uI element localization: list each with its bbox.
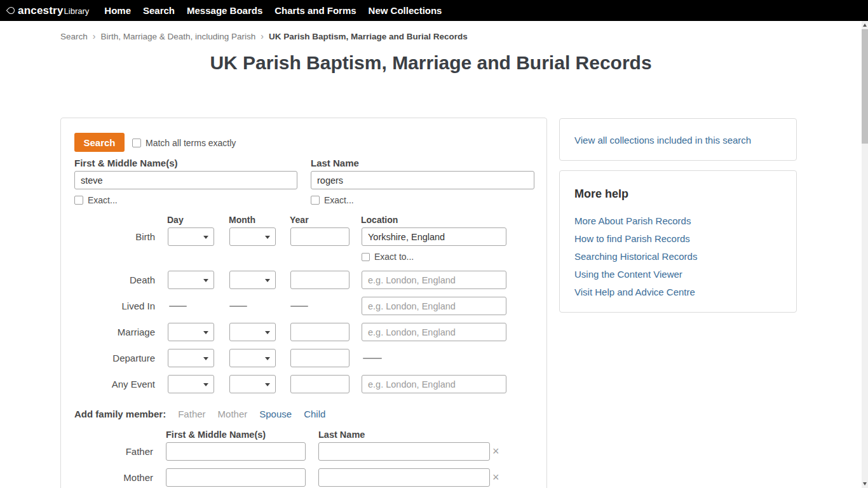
first-name-exact-checkbox[interactable]	[74, 196, 83, 205]
birth-location-exact-label: Exact to...	[374, 252, 414, 262]
death-month-select[interactable]	[229, 271, 276, 289]
help-link-more-about-parish-records[interactable]: More About Parish Records	[574, 215, 697, 226]
more-help-card: More help More About Parish Records How …	[559, 170, 797, 313]
birth-location-input[interactable]	[362, 227, 506, 246]
last-name-exact-checkbox[interactable]	[311, 196, 320, 205]
ancestry-library-logo[interactable]: ancestry Library	[8, 4, 89, 17]
father-last-name-input[interactable]	[318, 442, 490, 461]
mother-first-name-input[interactable]	[166, 468, 306, 487]
nav-item-charts-and-forms[interactable]: Charts and Forms	[275, 5, 356, 16]
breadcrumb-search[interactable]: Search	[60, 32, 88, 41]
family-row-father: Father ×	[61, 442, 546, 461]
any-event-day-select[interactable]	[168, 375, 214, 393]
event-row-departure: Departure	[61, 349, 546, 367]
search-form-card: Search Match all terms exactly First & M…	[60, 118, 547, 488]
departure-year-input[interactable]	[290, 349, 349, 367]
add-family-member-bar: Add family member: Father Mother Spouse …	[74, 409, 325, 419]
remove-father-icon[interactable]: ×	[492, 445, 499, 458]
any-event-location-input[interactable]	[362, 375, 506, 393]
lived-in-location-input[interactable]	[362, 297, 506, 315]
help-links: More About Parish Records How to find Pa…	[574, 215, 697, 297]
death-year-input[interactable]	[290, 271, 349, 289]
page-title: UK Parish Baptism, Marriage and Burial R…	[0, 52, 862, 74]
add-mother-link: Mother	[218, 409, 248, 419]
chevron-right-icon: ›	[93, 31, 96, 41]
nav-item-search[interactable]: Search	[143, 5, 175, 16]
brand-primary: ancestry	[18, 4, 64, 17]
event-row-lived-in: Lived In	[61, 297, 546, 315]
match-all-checkbox[interactable]	[132, 139, 141, 147]
first-name-input[interactable]	[74, 171, 297, 189]
chevron-down-icon	[265, 236, 270, 239]
help-link-searching-historical-records[interactable]: Searching Historical Records	[574, 251, 697, 262]
last-name-exact-label: Exact...	[324, 195, 354, 205]
father-row-label: Father	[61, 442, 153, 461]
chevron-down-icon	[265, 279, 270, 282]
departure-month-select[interactable]	[229, 349, 276, 367]
chevron-down-icon	[203, 236, 208, 239]
more-help-title: More help	[574, 187, 628, 201]
scrollbar-up-arrow-icon[interactable]	[863, 24, 867, 27]
chevron-down-icon	[203, 383, 208, 386]
any-event-row-label: Any Event	[61, 375, 155, 393]
death-location-input[interactable]	[362, 271, 506, 289]
add-spouse-link[interactable]: Spouse	[259, 409, 292, 419]
family-row-mother: Mother ×	[61, 468, 546, 487]
event-row-birth: Birth	[61, 227, 546, 246]
scrollbar[interactable]	[862, 21, 868, 488]
birth-location-exact-checkbox[interactable]	[362, 253, 370, 261]
help-link-visit-help-and-advice-centre[interactable]: Visit Help and Advice Centre	[574, 287, 697, 297]
scrollbar-thumb[interactable]	[862, 29, 868, 144]
view-all-collections-link[interactable]: View all collections included in this se…	[574, 135, 751, 146]
father-first-name-input[interactable]	[166, 442, 306, 461]
column-header-month: Month	[229, 215, 255, 225]
any-event-month-select[interactable]	[229, 375, 276, 393]
dash-placeholder	[229, 306, 247, 307]
birth-location-exact-group: Exact to...	[362, 252, 414, 262]
last-name-label: Last Name	[311, 158, 359, 168]
marriage-year-input[interactable]	[290, 323, 349, 341]
first-name-exact-label: Exact...	[88, 195, 118, 205]
help-link-how-to-find-parish-records[interactable]: How to find Parish Records	[574, 233, 697, 244]
breadcrumb-bmd-parish[interactable]: Birth, Marriage & Death, including Paris…	[100, 32, 255, 41]
add-family-member-label: Add family member:	[74, 409, 166, 419]
chevron-down-icon	[203, 331, 208, 334]
add-child-link[interactable]: Child	[304, 409, 325, 419]
lived-in-row-label: Lived In	[61, 297, 155, 315]
top-nav: ancestry Library Home Search Message Boa…	[0, 0, 868, 21]
remove-mother-icon[interactable]: ×	[492, 471, 499, 484]
nav-item-message-boards[interactable]: Message Boards	[187, 5, 262, 16]
departure-day-select[interactable]	[168, 349, 214, 367]
any-event-year-input[interactable]	[290, 375, 349, 393]
chevron-right-icon: ›	[261, 31, 264, 41]
marriage-row-label: Marriage	[61, 323, 155, 341]
brand-secondary: Library	[64, 6, 90, 16]
family-first-name-header: First & Middle Name(s)	[166, 430, 266, 440]
birth-month-select[interactable]	[229, 227, 276, 246]
column-header-day: Day	[167, 215, 184, 225]
mother-last-name-input[interactable]	[318, 468, 490, 487]
breadcrumb-current: UK Parish Baptism, Marriage and Burial R…	[269, 32, 468, 41]
dash-placeholder	[169, 306, 187, 307]
first-name-exact-group: Exact...	[74, 195, 118, 205]
chevron-down-icon	[265, 357, 270, 360]
match-all-group: Match all terms exactly	[132, 138, 236, 148]
scrollbar-down-arrow-icon[interactable]	[863, 482, 867, 485]
last-name-exact-group: Exact...	[311, 195, 354, 205]
nav-item-home[interactable]: Home	[104, 5, 131, 16]
marriage-day-select[interactable]	[168, 323, 214, 341]
death-day-select[interactable]	[168, 271, 214, 289]
page: ancestry Library Home Search Message Boa…	[0, 0, 868, 488]
birth-day-select[interactable]	[168, 227, 214, 246]
match-all-label: Match all terms exactly	[146, 138, 236, 148]
search-button[interactable]: Search	[74, 133, 125, 152]
birth-year-input[interactable]	[290, 227, 349, 246]
leaf-icon	[6, 6, 17, 16]
nav-menu: Home Search Message Boards Charts and Fo…	[104, 5, 442, 16]
nav-item-new-collections[interactable]: New Collections	[369, 5, 442, 16]
last-name-input[interactable]	[311, 171, 534, 189]
marriage-month-select[interactable]	[229, 323, 276, 341]
marriage-location-input[interactable]	[362, 323, 506, 341]
help-link-using-the-content-viewer[interactable]: Using the Content Viewer	[574, 269, 697, 280]
chevron-down-icon	[203, 279, 208, 282]
